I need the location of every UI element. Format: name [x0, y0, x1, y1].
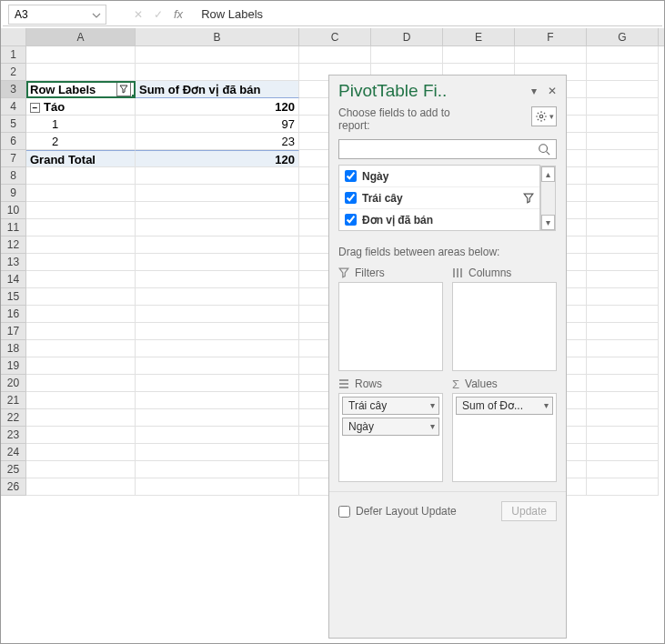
- field-search-input[interactable]: [338, 139, 557, 159]
- field-checkbox[interactable]: [345, 192, 357, 204]
- row-header[interactable]: 4: [1, 98, 26, 116]
- row-header[interactable]: 8: [1, 167, 26, 185]
- row-header[interactable]: 10: [1, 202, 26, 219]
- row-header[interactable]: 11: [1, 219, 26, 236]
- row-header[interactable]: 13: [1, 254, 26, 271]
- cell[interactable]: [136, 254, 299, 271]
- defer-layout-checkbox[interactable]: Defer Layout Update: [338, 505, 457, 518]
- cell[interactable]: [136, 375, 299, 392]
- cell-a6[interactable]: 2: [26, 133, 136, 150]
- field-list-scrollbar[interactable]: ▴ ▾: [540, 166, 556, 231]
- filters-dropzone[interactable]: [338, 282, 443, 371]
- row-header[interactable]: 23: [1, 427, 26, 444]
- cell[interactable]: [587, 167, 659, 185]
- row-header[interactable]: 2: [1, 64, 26, 81]
- cell[interactable]: [26, 288, 136, 306]
- cell-b6[interactable]: 23: [136, 133, 299, 150]
- cell[interactable]: [587, 98, 659, 116]
- cell[interactable]: [587, 150, 659, 167]
- selection-handle[interactable]: [132, 95, 136, 98]
- field-checkbox[interactable]: [345, 214, 357, 226]
- cell[interactable]: [136, 46, 299, 64]
- cell[interactable]: [26, 375, 136, 392]
- cell[interactable]: [443, 46, 515, 64]
- row-header[interactable]: 3: [1, 81, 26, 98]
- cell[interactable]: [136, 185, 299, 202]
- cell[interactable]: [26, 46, 136, 64]
- col-header-g[interactable]: G: [587, 28, 659, 45]
- field-chip[interactable]: Sum of Đơ...: [456, 397, 553, 415]
- cell[interactable]: [587, 478, 659, 496]
- cell[interactable]: [515, 46, 587, 64]
- cell[interactable]: [587, 288, 659, 306]
- cell[interactable]: [587, 81, 659, 98]
- col-header-d[interactable]: D: [371, 28, 443, 45]
- cell[interactable]: [136, 409, 299, 427]
- row-header[interactable]: 1: [1, 46, 26, 64]
- scroll-down-icon[interactable]: ▾: [541, 215, 555, 230]
- cell[interactable]: [587, 202, 659, 219]
- col-header-e[interactable]: E: [443, 28, 515, 45]
- cell[interactable]: [587, 444, 659, 461]
- cell[interactable]: [587, 133, 659, 150]
- values-dropzone[interactable]: Sum of Đơ...: [452, 393, 557, 482]
- cell[interactable]: [587, 236, 659, 254]
- cell[interactable]: [26, 461, 136, 478]
- cell[interactable]: [136, 64, 299, 81]
- cell[interactable]: [26, 306, 136, 323]
- col-header-c[interactable]: C: [299, 28, 371, 45]
- row-header[interactable]: 15: [1, 288, 26, 306]
- cell[interactable]: [587, 392, 659, 409]
- collapse-icon[interactable]: −: [30, 103, 40, 113]
- cell[interactable]: [26, 427, 136, 444]
- col-header-b[interactable]: B: [136, 28, 299, 45]
- cancel-icon[interactable]: ✕: [134, 8, 143, 21]
- cell[interactable]: [136, 202, 299, 219]
- row-header[interactable]: 25: [1, 461, 26, 478]
- cell[interactable]: [587, 375, 659, 392]
- cell[interactable]: [136, 392, 299, 409]
- defer-checkbox-input[interactable]: [338, 506, 350, 518]
- cell[interactable]: [136, 340, 299, 357]
- layout-options-button[interactable]: ▾: [531, 106, 557, 126]
- field-checkbox[interactable]: [345, 170, 357, 182]
- row-header[interactable]: 18: [1, 340, 26, 357]
- field-row[interactable]: Trái cây: [339, 187, 539, 209]
- cell[interactable]: [136, 219, 299, 236]
- rows-dropzone[interactable]: Trái cây Ngày: [338, 393, 443, 482]
- cell[interactable]: [136, 478, 299, 496]
- enter-icon[interactable]: ✓: [154, 8, 163, 21]
- cell[interactable]: [26, 185, 136, 202]
- row-header[interactable]: 16: [1, 306, 26, 323]
- cell-a4[interactable]: −Táo: [26, 98, 136, 116]
- cell-a5[interactable]: 1: [26, 116, 136, 133]
- cell[interactable]: [26, 271, 136, 288]
- row-header[interactable]: 19: [1, 357, 26, 375]
- cell[interactable]: [587, 340, 659, 357]
- cell[interactable]: [587, 409, 659, 427]
- row-header[interactable]: 14: [1, 271, 26, 288]
- cell[interactable]: [136, 461, 299, 478]
- name-box-dropdown-icon[interactable]: [89, 7, 104, 24]
- cell[interactable]: [136, 306, 299, 323]
- select-all-corner[interactable]: [1, 28, 26, 45]
- cell[interactable]: [26, 202, 136, 219]
- field-row[interactable]: Ngày: [339, 166, 539, 187]
- row-header[interactable]: 24: [1, 444, 26, 461]
- field-chip[interactable]: Trái cây: [342, 397, 439, 415]
- cell-b3[interactable]: Sum of Đơn vị đã bán: [136, 81, 299, 98]
- cell[interactable]: [26, 409, 136, 427]
- cell-a3[interactable]: Row Labels: [26, 81, 136, 98]
- cell[interactable]: [587, 461, 659, 478]
- cell[interactable]: [136, 236, 299, 254]
- col-header-a[interactable]: A: [26, 28, 136, 45]
- row-header[interactable]: 20: [1, 375, 26, 392]
- field-chip[interactable]: Ngày: [342, 418, 439, 436]
- cell[interactable]: [587, 116, 659, 133]
- columns-dropzone[interactable]: [452, 282, 557, 371]
- cell[interactable]: [26, 340, 136, 357]
- cell[interactable]: [136, 167, 299, 185]
- cell[interactable]: [587, 427, 659, 444]
- cell[interactable]: [26, 444, 136, 461]
- row-header[interactable]: 6: [1, 133, 26, 150]
